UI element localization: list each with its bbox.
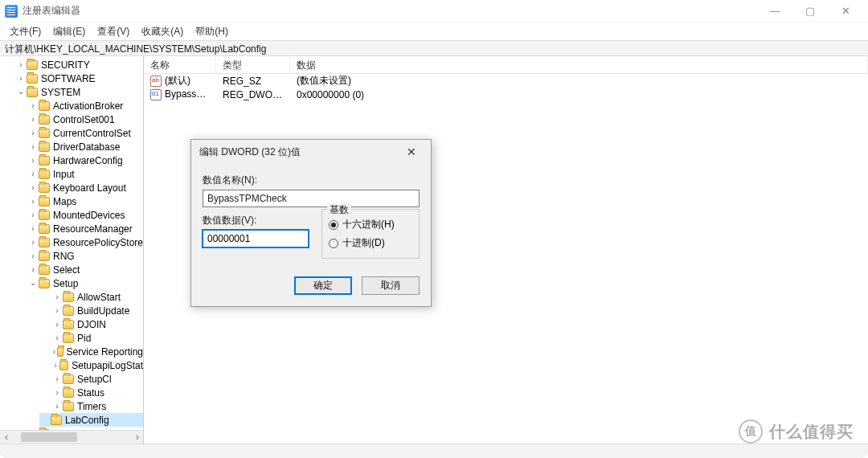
tree-node[interactable]: Pid — [27, 331, 143, 345]
tree-horizontal-scrollbar[interactable]: ‹ › — [0, 430, 144, 444]
tree-node[interactable]: SetupapiLogStat — [27, 358, 143, 372]
tree-node[interactable]: HardwareConfig — [15, 153, 143, 167]
folder-icon — [39, 129, 50, 138]
expand-icon[interactable] — [27, 211, 39, 219]
folder-icon — [27, 60, 38, 70]
tree-node[interactable]: ResourceManager — [15, 222, 143, 235]
expand-icon[interactable] — [27, 101, 39, 110]
tree-node[interactable]: BuildUpdate — [27, 304, 143, 317]
watermark: 值 什么值得买 — [739, 419, 854, 444]
tree-node-security[interactable]: SECURITY — [15, 58, 143, 72]
expand-icon[interactable] — [51, 320, 63, 329]
tree-node[interactable]: Status — [27, 386, 143, 399]
dialog-titlebar[interactable]: 编辑 DWORD (32 位)值 ✕ — [191, 140, 431, 164]
expand-icon[interactable] — [51, 347, 57, 356]
tree-node-system[interactable]: SYSTEM — [15, 85, 143, 99]
tree-node[interactable]: SetupCl — [27, 372, 143, 386]
dialog-title: 编辑 DWORD (32 位)值 — [199, 145, 301, 159]
tree-node[interactable]: ResourcePolicyStore — [15, 235, 143, 249]
tree-node[interactable]: CurrentControlSet — [15, 126, 143, 140]
folder-icon — [39, 156, 50, 166]
list-header: 名称 类型 数据 — [144, 56, 868, 74]
expand-icon[interactable] — [15, 74, 27, 83]
address-bar[interactable]: 计算机\HKEY_LOCAL_MACHINE\SYSTEM\Setup\LabC… — [0, 40, 868, 56]
tree-node-software[interactable]: SOFTWARE — [15, 72, 143, 85]
menu-view[interactable]: 查看(V) — [92, 23, 134, 40]
close-button[interactable]: ✕ — [828, 0, 863, 22]
menu-file[interactable]: 文件(F) — [5, 23, 46, 40]
tree-node[interactable]: RNG — [15, 249, 143, 263]
expand-icon[interactable] — [27, 251, 39, 260]
tree-node[interactable]: ControlSet001 — [15, 112, 143, 126]
folder-icon — [39, 265, 50, 275]
tree-node[interactable]: AllowStart — [27, 290, 143, 304]
maximize-button[interactable]: ▢ — [792, 0, 828, 22]
folder-icon — [51, 415, 62, 425]
expand-icon[interactable] — [51, 306, 63, 315]
tree-node-labconfig[interactable]: LabConfig — [39, 413, 143, 427]
value-data-input[interactable] — [203, 230, 309, 247]
scroll-thumb[interactable] — [21, 432, 77, 442]
expand-icon[interactable] — [27, 197, 39, 206]
expand-icon[interactable] — [27, 170, 39, 178]
folder-icon — [63, 320, 74, 329]
folder-icon — [39, 211, 50, 220]
tree-node[interactable]: Timers — [27, 399, 143, 413]
tree-node[interactable]: Input — [15, 167, 143, 181]
col-header-name[interactable]: 名称 — [144, 56, 216, 73]
table-row[interactable]: BypassTPMCh...REG_DWORD0x00000000 (0) — [144, 88, 868, 101]
folder-icon — [39, 115, 50, 125]
expand-icon[interactable] — [27, 129, 39, 137]
tree-node[interactable]: MountedDevices — [15, 208, 143, 222]
cancel-button[interactable]: 取消 — [362, 276, 420, 295]
tree-node[interactable]: DriverDatabase — [15, 140, 143, 153]
tree-node[interactable]: Keyboard Layout — [15, 181, 143, 194]
collapse-icon[interactable] — [15, 88, 27, 96]
tree-node[interactable]: Select — [15, 263, 143, 276]
expand-icon[interactable] — [27, 142, 39, 151]
base-groupbox: 基数 十六进制(H) 十进制(D) — [321, 209, 420, 259]
value-name-input[interactable] — [203, 190, 420, 207]
expand-icon[interactable] — [51, 402, 63, 411]
status-bar — [0, 444, 868, 458]
expand-icon[interactable] — [51, 292, 63, 301]
menu-help[interactable]: 帮助(H) — [190, 23, 233, 40]
collapse-icon[interactable] — [27, 279, 39, 288]
expand-icon[interactable] — [51, 388, 63, 397]
expand-icon[interactable] — [51, 374, 63, 383]
string-value-icon — [150, 76, 162, 87]
menu-edit[interactable]: 编辑(E) — [48, 23, 90, 40]
col-header-data[interactable]: 数据 — [290, 56, 868, 73]
tree-node[interactable]: DJOIN — [27, 317, 143, 331]
tree-view[interactable]: SECURITY SOFTWARE SYSTEM ActivationBroke… — [0, 56, 144, 444]
menu-favorites[interactable]: 收藏夹(A) — [137, 23, 188, 40]
folder-icon — [39, 197, 50, 207]
table-row[interactable]: (默认)REG_SZ(数值未设置) — [144, 74, 868, 88]
minimize-button[interactable]: — — [757, 0, 792, 22]
expand-icon[interactable] — [27, 183, 39, 192]
col-header-type[interactable]: 类型 — [216, 56, 290, 73]
dialog-close-button[interactable]: ✕ — [400, 145, 423, 158]
ok-button[interactable]: 确定 — [294, 276, 352, 295]
expand-icon[interactable] — [51, 333, 63, 342]
expand-icon[interactable] — [27, 238, 39, 247]
folder-icon — [63, 388, 74, 398]
folder-icon — [39, 251, 50, 261]
folder-icon — [39, 170, 50, 179]
radio-hex[interactable]: 十六进制(H) — [329, 218, 412, 231]
value-data-label: 数值数据(V): — [203, 214, 309, 227]
tree-node[interactable]: ActivationBroker — [15, 99, 143, 112]
radio-dec[interactable]: 十进制(D) — [329, 236, 412, 250]
expand-icon[interactable] — [27, 115, 39, 124]
expand-icon[interactable] — [27, 265, 39, 274]
tree-node-setup[interactable]: Setup — [27, 276, 143, 290]
expand-icon[interactable] — [27, 156, 39, 165]
expand-icon[interactable] — [51, 361, 59, 370]
expand-icon[interactable] — [15, 60, 27, 69]
tree-node[interactable]: Service Reporting — [27, 345, 143, 358]
folder-icon — [39, 183, 50, 193]
scroll-right-icon[interactable]: › — [131, 431, 144, 443]
scroll-left-icon[interactable]: ‹ — [0, 431, 13, 443]
tree-node[interactable]: Maps — [15, 194, 143, 208]
expand-icon[interactable] — [27, 224, 39, 233]
